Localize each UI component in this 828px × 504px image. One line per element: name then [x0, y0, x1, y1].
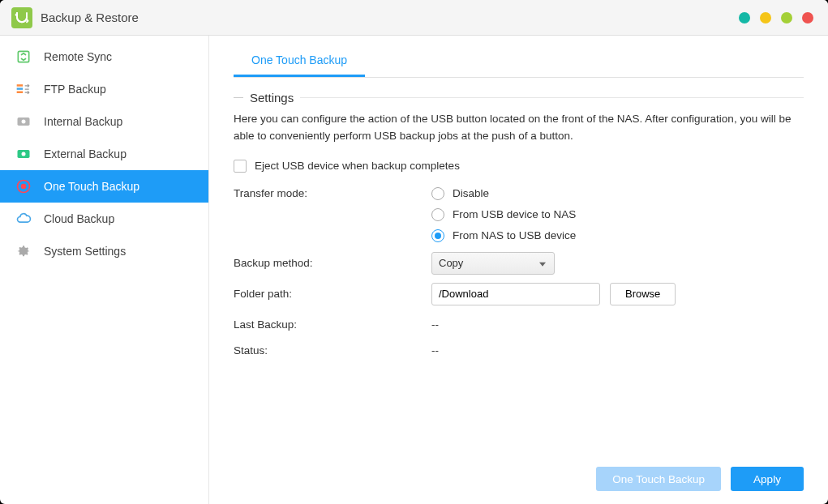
sidebar-item-label: External Backup: [44, 147, 127, 160]
radio-usb-to-nas[interactable]: From USB device to NAS: [431, 208, 576, 221]
radio-label: From NAS to USB device: [453, 229, 576, 241]
sidebar-item-system-settings[interactable]: System Settings: [0, 235, 208, 267]
window-control-3[interactable]: [781, 12, 792, 23]
status-value: --: [431, 344, 439, 357]
sidebar-item-ftp-backup[interactable]: FTP Backup: [0, 73, 208, 105]
last-backup-value: --: [431, 318, 439, 331]
apply-button[interactable]: Apply: [731, 467, 804, 491]
radio-label: Disable: [453, 187, 489, 199]
svg-rect-1: [17, 84, 24, 87]
sidebar-item-internal-backup[interactable]: Internal Backup: [0, 105, 208, 138]
status-label: Status:: [234, 344, 431, 357]
sidebar-item-label: Internal Backup: [44, 115, 122, 128]
sidebar-item-external-backup[interactable]: External Backup: [0, 138, 208, 170]
window-controls: [739, 12, 813, 23]
svg-rect-2: [17, 88, 24, 90]
folder-path-row: Folder path: Browse: [234, 281, 804, 307]
eject-checkbox-row: Eject USB device when backup completes: [234, 153, 804, 179]
radio-label: From USB device to NAS: [453, 208, 576, 220]
sidebar-item-one-touch-backup[interactable]: One Touch Backup: [0, 170, 208, 203]
section-header: Settings: [234, 91, 804, 105]
app-window: Backup & Restore Remote Sync: [0, 0, 828, 504]
svg-rect-3: [17, 92, 24, 94]
sidebar-item-label: One Touch Backup: [44, 180, 139, 193]
sidebar-item-label: System Settings: [44, 245, 126, 258]
sidebar-item-label: FTP Backup: [44, 83, 106, 96]
ftp-icon: [15, 80, 32, 98]
transfer-mode-radio-group: Disable From USB device to NAS From NAS …: [431, 187, 576, 242]
external-backup-icon: [15, 145, 32, 163]
svg-point-7: [22, 152, 26, 156]
cloud-icon: [15, 210, 32, 228]
eject-label: Eject USB device when backup completes: [255, 160, 460, 172]
sidebar: Remote Sync FTP Backup: [0, 36, 209, 504]
eject-checkbox[interactable]: [234, 160, 247, 173]
backup-method-select[interactable]: Copy: [431, 252, 555, 275]
header-dash: [234, 97, 243, 98]
one-touch-backup-button[interactable]: One Touch Backup: [596, 467, 721, 491]
transfer-mode-row: Transfer mode: Disable From USB device t…: [234, 184, 804, 242]
folder-path-input[interactable]: [431, 283, 600, 305]
folder-path-label: Folder path:: [234, 288, 431, 300]
transfer-mode-label: Transfer mode:: [234, 187, 431, 199]
backup-method-label: Backup method:: [234, 257, 431, 269]
header-line: [300, 97, 804, 98]
radio-nas-to-usb[interactable]: From NAS to USB device: [431, 229, 576, 242]
radio-icon: [431, 208, 444, 221]
radio-disable[interactable]: Disable: [431, 187, 576, 200]
sync-icon: [15, 48, 32, 66]
main-panel: One Touch Backup Settings Here you can c…: [209, 36, 828, 504]
tab-bar: One Touch Backup: [234, 45, 804, 78]
window-control-2[interactable]: [760, 12, 771, 23]
tab-one-touch-backup[interactable]: One Touch Backup: [234, 45, 365, 77]
last-backup-label: Last Backup:: [234, 318, 431, 331]
sidebar-item-label: Remote Sync: [44, 50, 112, 63]
window-control-1[interactable]: [739, 12, 750, 23]
app-icon: [11, 7, 32, 28]
sidebar-item-label: Cloud Backup: [44, 212, 114, 225]
body: Remote Sync FTP Backup: [0, 36, 828, 504]
section-title: Settings: [250, 91, 294, 105]
svg-point-5: [22, 120, 26, 124]
sidebar-item-cloud-backup[interactable]: Cloud Backup: [0, 203, 208, 235]
window-title: Backup & Restore: [41, 11, 139, 24]
internal-backup-icon: [15, 113, 32, 130]
backup-method-row: Backup method: Copy: [234, 250, 804, 276]
radio-icon: [431, 187, 444, 200]
gear-icon: [15, 242, 32, 260]
one-touch-icon: [15, 177, 32, 195]
window-close[interactable]: [802, 12, 813, 23]
sidebar-item-remote-sync[interactable]: Remote Sync: [0, 41, 208, 73]
browse-button[interactable]: Browse: [610, 283, 676, 305]
svg-point-9: [21, 184, 27, 190]
select-value: Copy: [439, 257, 463, 269]
radio-icon: [431, 229, 444, 242]
titlebar: Backup & Restore: [0, 0, 828, 36]
settings-description: Here you can configure the action of the…: [234, 111, 804, 145]
last-backup-row: Last Backup: --: [234, 312, 804, 338]
status-row: Status: --: [234, 338, 804, 364]
footer-buttons: One Touch Backup Apply: [596, 467, 804, 491]
